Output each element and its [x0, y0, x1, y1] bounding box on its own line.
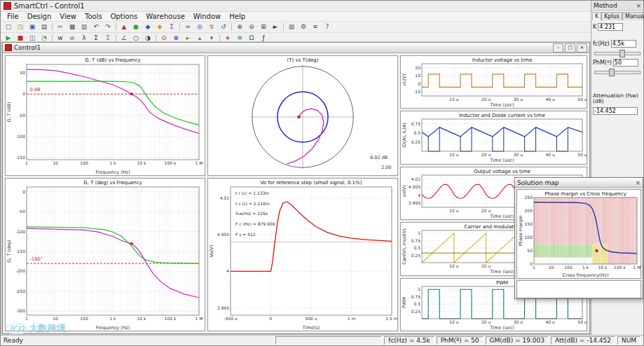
- cut-icon[interactable]: ✂: [55, 22, 66, 32]
- svg-text:4.005: 4.005: [409, 184, 420, 189]
- svg-text:20 u: 20 u: [481, 97, 491, 102]
- solution-map-info-box[interactable]: [516, 280, 641, 298]
- boost-converter-icon[interactable]: ●: [130, 22, 142, 32]
- transient-plot-icon[interactable]: ↯: [206, 22, 217, 32]
- svg-text:10: 10: [53, 160, 58, 165]
- buck-boost-converter-icon[interactable]: ◆: [142, 22, 153, 32]
- solmap-canvas: Phase margin vs Cross frequencyPhase mar…: [517, 190, 640, 278]
- svg-text:-50: -50: [18, 113, 25, 118]
- svg-text:iD(A), iL(A): iD(A), iL(A): [402, 123, 407, 148]
- calculator-icon[interactable]: ≡: [310, 22, 321, 32]
- help-icon[interactable]: ?: [322, 22, 333, 32]
- method-tab-k[interactable]: K: [592, 12, 601, 20]
- method-tab-manual[interactable]: Manual: [622, 12, 644, 20]
- svg-text:10 u: 10 u: [449, 97, 459, 102]
- attenuation-field: Attenuation (fsw) (dB): [593, 93, 642, 115]
- menu-window[interactable]: Window: [189, 13, 225, 20]
- method-panel-title: Method: [594, 2, 617, 9]
- menu-file[interactable]: File: [3, 13, 23, 20]
- loop-gain-icon[interactable]: ↺: [218, 22, 229, 32]
- fc-slider-thumb[interactable]: [619, 50, 625, 57]
- svg-text:10 u: 10 u: [449, 319, 459, 324]
- svg-text:50 u: 50 u: [577, 319, 587, 324]
- svg-text:10 u: 10 u: [449, 263, 459, 268]
- method-panel-header: Method ×: [591, 1, 643, 11]
- phm-slider-thumb[interactable]: [609, 69, 615, 76]
- child-restore-button[interactable]: ▢: [565, 43, 575, 53]
- svg-text:0.25: 0.25: [411, 139, 421, 144]
- fc-input[interactable]: [611, 40, 636, 48]
- save-icon[interactable]: ▣: [27, 22, 38, 32]
- grid-icon[interactable]: ▦: [286, 22, 297, 32]
- settings-icon[interactable]: ⚙: [298, 22, 309, 32]
- zoom-out-icon[interactable]: ⊖: [246, 22, 257, 32]
- svg-text:3.995: 3.995: [217, 305, 229, 310]
- svg-text:100: 100: [80, 160, 88, 165]
- menu-tools[interactable]: Tools: [81, 13, 107, 20]
- watermark: ICO 大数跨境: [6, 322, 66, 335]
- nyquist-plot-icon[interactable]: ◎: [194, 22, 205, 32]
- svg-text:G, T (deg): G, T (deg): [6, 240, 12, 263]
- svg-text:1: 1: [418, 230, 420, 235]
- method-panel-close-icon[interactable]: ×: [636, 2, 641, 9]
- svg-text:20: 20: [415, 65, 420, 70]
- method-tab-kplus[interactable]: Kplus: [601, 12, 622, 20]
- bode-phase-plot[interactable]: G, T (deg) vs FrequencyG, T (deg)Frequen…: [5, 178, 205, 331]
- svg-text:0: 0: [530, 261, 533, 266]
- paste-icon[interactable]: ▥: [78, 22, 90, 32]
- phm-slider[interactable]: [594, 69, 640, 75]
- menu-options[interactable]: Options: [107, 13, 142, 20]
- zoom-in-icon[interactable]: ⊕: [234, 22, 245, 32]
- copy-icon[interactable]: ▦: [67, 22, 78, 32]
- svg-text:200: 200: [525, 208, 533, 213]
- control1-titlebar[interactable]: Control1 –▢×: [3, 43, 589, 53]
- phm-input[interactable]: [613, 59, 638, 67]
- svg-text:-200: -200: [15, 268, 25, 273]
- k-input[interactable]: [598, 23, 623, 31]
- solution-map-plot[interactable]: Phase margin vs Cross frequencyPhase mar…: [516, 189, 641, 279]
- step-response-plot[interactable]: Vo for reference step (small signal, 0.1…: [207, 178, 398, 331]
- nyquist-polar-plot[interactable]: (T) vs T(deg)6.02 dB2.00: [207, 55, 398, 176]
- new-icon[interactable]: ▢: [3, 22, 14, 32]
- menu-design[interactable]: Design: [23, 13, 56, 20]
- svg-text:10: 10: [415, 73, 420, 78]
- svg-text:100: 100: [564, 265, 573, 270]
- child-minimize-button[interactable]: –: [553, 43, 563, 53]
- print-icon[interactable]: ▤: [39, 22, 50, 32]
- menu-help[interactable]: Help: [225, 13, 249, 20]
- open-icon[interactable]: ◳: [15, 22, 26, 32]
- bode-magnitude-plot[interactable]: G, T (dB) vs FrequencyG, T (dB)Frequency…: [5, 55, 205, 176]
- child-close-button[interactable]: ×: [577, 43, 587, 53]
- undo-icon[interactable]: ↶: [90, 22, 102, 32]
- toolbar-separator: [116, 23, 116, 31]
- buck-converter-icon[interactable]: ▲: [118, 22, 130, 32]
- inductor-voltage-plot[interactable]: Inductor voltage vs timevL(V)Time (sec)1…: [400, 55, 587, 109]
- svg-text:4: 4: [226, 268, 229, 273]
- inductor-current-plot[interactable]: Inductor and Diode current vs timeiD(A),…: [400, 111, 587, 164]
- pointer-icon[interactable]: ►: [270, 22, 281, 32]
- svg-text:100 k: 100 k: [165, 160, 177, 165]
- watermark-text: 大数跨境: [29, 322, 66, 335]
- solution-map-titlebar[interactable]: Solution map ×: [515, 178, 643, 188]
- zoom-fit-icon[interactable]: ⊞: [258, 22, 269, 32]
- toolbar-separator: [52, 23, 53, 31]
- status-segment-2: PhM(º) = 50: [437, 336, 484, 345]
- sensor-icon[interactable]: ◈: [154, 22, 165, 32]
- menu-warehouse[interactable]: Warehouse: [142, 13, 189, 20]
- fc-slider[interactable]: [594, 50, 640, 56]
- solution-map-close-icon[interactable]: ×: [635, 179, 640, 186]
- svg-text:fsw(Hz) = 225k: fsw(Hz) = 225k: [235, 211, 268, 216]
- svg-text:0.75: 0.75: [411, 238, 421, 243]
- svg-text:100: 100: [525, 235, 533, 240]
- status-segment-5: NUM: [617, 336, 640, 345]
- svg-text:40 u: 40 u: [546, 319, 556, 324]
- svg-text:1: 1: [25, 316, 28, 321]
- svg-text:250: 250: [525, 195, 533, 200]
- bode-plot-icon[interactable]: ≈: [182, 22, 193, 32]
- attenuation-input[interactable]: [593, 107, 638, 115]
- menu-view[interactable]: View: [55, 13, 81, 20]
- svg-text:Phase margin vs Cross frequenc: Phase margin vs Cross frequency: [544, 191, 626, 197]
- compensator-icon[interactable]: Σ: [166, 22, 177, 32]
- svg-text:-150: -150: [15, 155, 25, 160]
- redo-icon[interactable]: ↷: [102, 22, 114, 32]
